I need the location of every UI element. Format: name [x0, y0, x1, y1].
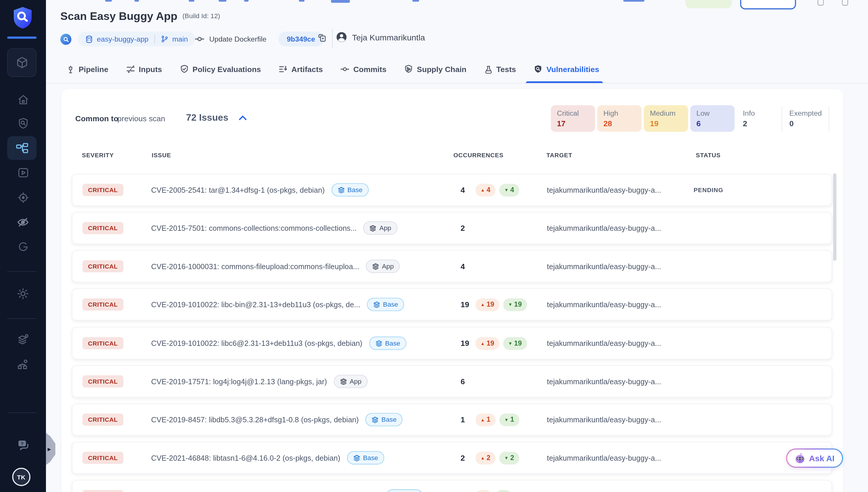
cube-icon — [15, 56, 28, 69]
ask-ai-button[interactable]: Ask AI — [786, 448, 843, 468]
tab-inputs[interactable]: Inputs — [126, 55, 162, 83]
chip-label: Exempted — [790, 109, 822, 117]
table-row[interactable]: CRITICAL CVE-2019-1010022: libc6@2.31-13… — [72, 327, 832, 359]
severity-badge: CRITICAL — [82, 375, 123, 388]
sidebar-expand-handle[interactable]: ▶ — [46, 433, 55, 465]
layer-label: Base — [383, 300, 398, 308]
power-gauge-icon — [17, 241, 29, 253]
target-text: tejakummarikuntla/easy-buggy-a... — [547, 339, 694, 347]
column-header-occurrences: OCCURRENCES — [453, 152, 503, 158]
chip-value: 17 — [557, 119, 589, 128]
cutoff-toolbar-icon[interactable] — [818, 0, 824, 5]
issue-text: CVE-2019-8457: libdb5.3@5.3.28+dfsg1-0.8… — [151, 416, 359, 424]
copy-icon[interactable] — [318, 34, 326, 45]
eye-off-icon — [17, 216, 29, 228]
target-text: tejakummarikuntla/easy-buggy-a... — [547, 416, 694, 424]
table-row[interactable]: CRITICAL CVE-2016-1000031: commons-fileu… — [72, 250, 832, 282]
tab-supply-chain[interactable]: Supply Chain — [404, 55, 467, 83]
cutoff-toolbar-fragment — [244, 0, 249, 2]
table-row[interactable]: CRITICAL Base ▲ ▼ — [72, 480, 832, 492]
resolved-pill: ▼4 — [499, 183, 519, 196]
tab-policy-evaluations[interactable]: Policy Evaluations — [180, 55, 261, 83]
chip-high[interactable]: High 28 — [597, 105, 642, 132]
issue-text: CVE-2019-1010022: libc6@2.31-13+deb11u3 … — [151, 339, 362, 347]
severity-badge: CRITICAL — [82, 222, 123, 234]
sidebar-item-project[interactable] — [7, 48, 36, 77]
occurrences-count: 6 — [461, 377, 472, 386]
chip-label: Low — [696, 109, 728, 117]
table-row[interactable]: CRITICAL CVE-2019-17571: log4j:log4j@1.2… — [72, 366, 832, 398]
build-id: (Build Id: 12) — [182, 12, 220, 20]
commit-sha-pill[interactable]: 9b349ce — [278, 32, 324, 47]
chip-critical[interactable]: Critical 17 — [551, 105, 595, 132]
sidebar-item-hidden-findings[interactable] — [0, 215, 46, 229]
target-icon — [17, 192, 29, 204]
chip-exempted[interactable]: Exempted 0 — [784, 105, 827, 132]
cutoff-green-pill-button[interactable] — [685, 0, 732, 8]
chip-divider — [782, 106, 782, 132]
table-row[interactable]: CRITICAL CVE-2015-7501: commons-collecti… — [72, 212, 832, 244]
collapse-section-button[interactable] — [238, 114, 247, 124]
scan-title: Scan Easy Buggy App — [60, 10, 177, 22]
user-avatar[interactable]: TK — [12, 468, 30, 486]
chat-help-icon: ? — [17, 438, 30, 451]
resolved-pill: ▼ — [496, 490, 512, 492]
sidebar-item-settings[interactable] — [0, 286, 46, 300]
introduced-pill: ▲ — [476, 490, 492, 492]
commit-sha: 9b349ce — [287, 35, 315, 43]
tab-artifacts[interactable]: Artifacts — [279, 55, 323, 83]
table-row[interactable]: CRITICAL CVE-2021-46848: libtasn1-6@4.16… — [72, 442, 832, 474]
severity-badge: CRITICAL — [82, 184, 123, 196]
pipeline-flow-icon — [15, 142, 28, 155]
sidebar-item-help-chat[interactable]: ? — [0, 438, 46, 452]
network-gear-icon — [17, 358, 29, 370]
logo-underline — [7, 36, 36, 39]
repo-name: easy-buggy-app — [97, 35, 148, 43]
repo-branch-pill[interactable]: easy-buggy-app main — [78, 32, 195, 47]
chip-medium[interactable]: Medium 19 — [644, 105, 688, 132]
tab-label: Vulnerabilities — [546, 65, 599, 74]
shield-search-icon — [534, 65, 542, 74]
severity-badge: CRITICAL — [82, 490, 123, 492]
occurrences-count: 4 — [461, 186, 472, 194]
table-row[interactable]: CRITICAL CVE-2005-2541: tar@1.34+dfsg-1 … — [72, 174, 832, 206]
sidebar-item-layer-settings[interactable] — [0, 332, 46, 346]
table-scrollbar-thumb[interactable] — [833, 173, 836, 261]
app-logo-shield-icon[interactable] — [12, 6, 34, 29]
chip-label: High — [603, 109, 636, 117]
chip-info[interactable]: Info 2 — [737, 105, 781, 132]
cutoff-outline-button[interactable] — [740, 0, 796, 9]
chip-low[interactable]: Low 6 — [690, 105, 735, 132]
occurrences-count: 1 — [461, 415, 472, 424]
sidebar-item-pipelines-active[interactable] — [7, 136, 36, 160]
severity-badge: CRITICAL — [82, 337, 123, 349]
layers-gear-icon — [17, 333, 29, 346]
table-row[interactable]: CRITICAL CVE-2019-8457: libdb5.3@5.3.28+… — [72, 403, 832, 436]
tab-pipeline[interactable]: Pipeline — [67, 55, 108, 83]
severity-badge: CRITICAL — [82, 298, 123, 311]
tab-label: Supply Chain — [417, 65, 467, 74]
sidebar-item-integrations[interactable] — [0, 357, 46, 371]
tab-tests[interactable]: Tests — [484, 55, 516, 83]
header-divider — [332, 29, 333, 48]
occurrences-count: 19 — [461, 300, 472, 309]
svg-text:?: ? — [21, 441, 23, 446]
cutoff-toolbar-icon[interactable] — [842, 0, 848, 5]
tab-commits[interactable]: Commits — [341, 55, 387, 83]
sidebar-item-runs[interactable] — [0, 166, 46, 180]
sidebar-item-scans[interactable] — [0, 116, 46, 131]
pipeline-icon — [67, 65, 75, 73]
issue-text: CVE-2019-1010022: libc-bin@2.31-13+deb11… — [151, 300, 360, 309]
table-row[interactable]: CRITICAL CVE-2019-1010022: libc-bin@2.31… — [72, 289, 832, 321]
sidebar-item-home[interactable] — [0, 93, 46, 107]
layer-label: App — [382, 263, 394, 270]
sidebar-item-gauge[interactable] — [0, 240, 46, 254]
sidebar-item-targets[interactable] — [0, 190, 46, 205]
resolved-pill: ▼2 — [499, 451, 519, 464]
resolved-pill: ▼1 — [499, 413, 519, 426]
target-text: tejakummarikuntla/easy-buggy-a... — [547, 224, 694, 232]
tab-vulnerabilities-active[interactable]: Vulnerabilities — [534, 55, 599, 83]
author-name: Teja Kummarikuntla — [352, 32, 425, 42]
arrow-down-icon: ▼ — [504, 456, 509, 460]
arrow-up-icon: ▲ — [480, 417, 485, 422]
